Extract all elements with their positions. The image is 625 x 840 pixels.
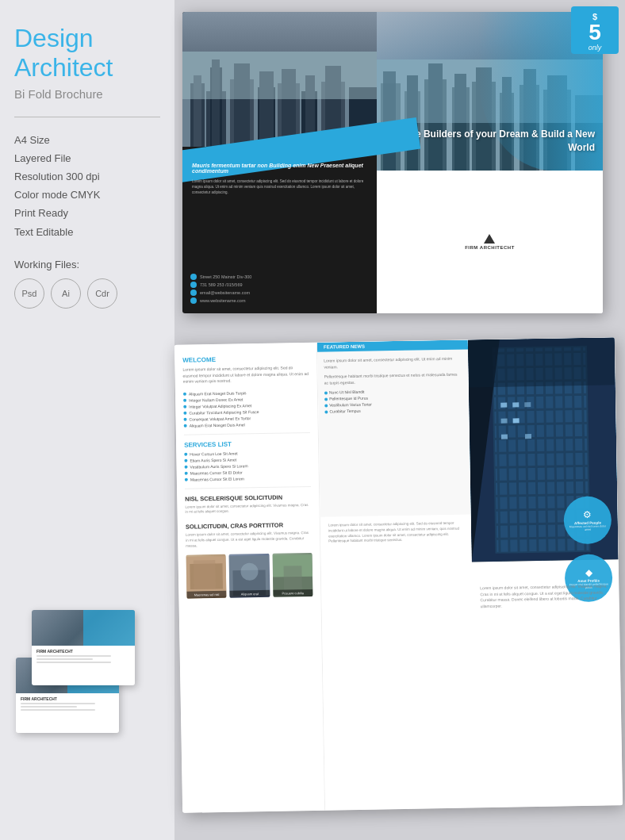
welcome-body: Lorem ipsum dolor sit amet, consectetur … <box>182 365 309 385</box>
welcome-item-6: Aliquam Erat Noeget Duis Amet <box>190 422 245 428</box>
misc-title: NISL SCELERISQUE SOLICITUDIN <box>185 493 311 502</box>
svg-rect-58 <box>513 418 520 423</box>
svc-4: Maecenas Cursor Sit El Dolor <box>190 470 243 475</box>
img-caption-1: Maecenas vel nisl <box>186 591 226 599</box>
phone-text: 731 589 253 /015/569 <box>200 282 243 287</box>
contact-info: Street 250 Mainstr Div-300 731 589 253 /… <box>190 274 369 305</box>
preview-logo-2: FIRM ARCHITECHT <box>36 649 130 654</box>
img-1: Maecenas vel nisl <box>186 554 227 599</box>
web-text: www.websitename.com <box>200 298 245 303</box>
price-label: only <box>589 44 602 52</box>
services-list: Hover Cursus Loe Sit Amet Etiam Auris Sp… <box>184 449 311 481</box>
price-badge: $ 5 only <box>571 6 619 54</box>
small-images: Maecenas vel nisl Aliquam erat <box>186 553 313 599</box>
svc-5: Maecenas Cursor Sit El Lorem <box>190 476 244 481</box>
badge-ai[interactable]: Ai <box>51 278 81 309</box>
address-text: Street 250 Mainstr Div-300 <box>200 274 251 279</box>
svc-1: Hover Cursus Loe Sit Amet <box>190 451 237 456</box>
svg-rect-57 <box>501 419 508 424</box>
misc-text: Lorem ipsum dolor sit amet, consectetur … <box>185 502 311 515</box>
preview-thumbnails: FIRM ARCHITECHT FIRM ARCHITECHT <box>8 610 163 745</box>
spec-resolution: Resolution 300 dpi <box>14 170 160 184</box>
svg-rect-55 <box>512 402 519 407</box>
feat-1: Nunc Ut Nisl Blandit <box>329 389 365 395</box>
bottom-text: Lorem ipsum dolor sit amet, consectetur … <box>186 531 312 549</box>
product-subtitle: Bi Fold Brochure <box>14 87 160 101</box>
spec-texteditable: Text Editable <box>14 225 160 240</box>
right-body: Lorem ipsum dolor sit amet, consectetur … <box>480 583 611 609</box>
product-title: Design Architect <box>14 24 160 82</box>
img-caption-2: Aliquam erat <box>230 590 270 598</box>
phone-icon <box>190 282 197 288</box>
middle-body-text: Lorem ipsum dolor sit amet, consectetur … <box>320 514 472 550</box>
svg-rect-56 <box>524 402 531 407</box>
feat-3: Vestibulum Varius Tortor <box>329 402 372 408</box>
spec-printready: Print Ready <box>14 206 160 221</box>
svg-rect-60 <box>525 434 531 439</box>
brochure-back-panel: Mauris fermentum tartar non Building eni… <box>182 12 377 313</box>
welcome-item-1: Aliquam Erat Noeget Duis Turpis <box>189 390 247 396</box>
badge-1-sub: Maecenas vel nisl lorem dolor amet <box>564 524 612 531</box>
brochure-front-panel: We are Builders of your Dream & Build a … <box>377 12 603 313</box>
spread-middle-panel: FEATURED NEWS Lorem ipsum dolor sit amet… <box>317 339 476 810</box>
main-content: $ 5 only <box>174 0 625 840</box>
price-amount: 5 <box>589 21 601 44</box>
working-files-label: Working Files: <box>14 259 160 270</box>
spec-a4size: A4 Size <box>14 133 160 148</box>
badge-affected: ⚙ Affected People Maecenas vel nisl lore… <box>563 496 612 544</box>
spec-layered: Layered File <box>14 152 160 166</box>
svc-3: Vestibulum Auris Spero Si Lorem <box>190 463 248 469</box>
logo-arrow-icon <box>484 234 495 244</box>
img-2: Aliquam erat <box>229 554 270 598</box>
img-3: Posuere cubilia <box>272 553 312 597</box>
spec-colormode: Color mode CMYK <box>14 188 160 202</box>
services-title: SERVICES LIST <box>184 439 310 448</box>
web-icon <box>190 297 197 304</box>
welcome-item-4: Curabitur Tincidunt Adipiscing Sit Fusce <box>189 409 259 416</box>
featured-text: Lorem ipsum dolor sit amet, consectetur … <box>324 356 462 370</box>
badge-1-icon: ⚙ <box>583 509 592 520</box>
svg-rect-39 <box>194 560 216 589</box>
badge-cdr[interactable]: Cdr <box>87 278 117 309</box>
featured-list: Nunc Ut Nisl Blandit Pellentesque Id Pur… <box>324 388 462 414</box>
feat-4: Curabitur Tempus <box>329 408 360 414</box>
sidebar: Design Architect Bi Fold Brochure A4 Siz… <box>0 0 174 840</box>
spread-right-text: Lorem ipsum dolor sit amet, consectetur … <box>472 575 623 807</box>
spread-right-panel: ⚙ Affected People Maecenas vel nisl lore… <box>468 337 623 807</box>
welcome-item-3: Integer Volutpat Adipiscing Ex Amet <box>189 403 251 408</box>
svc-2: Etiam Auris Spero Si Amet <box>190 457 236 462</box>
diagonal-text: Mauris fermentum tartar non Building eni… <box>192 163 367 174</box>
back-body-text: Lorem ipsum dolor sit amet, consectetur … <box>192 178 367 196</box>
svg-rect-53 <box>468 337 615 387</box>
svg-rect-54 <box>500 403 507 408</box>
sidebar-divider <box>14 117 160 117</box>
welcome-list: Aliquam Erat Noeget Duis Turpis Integer … <box>183 389 310 428</box>
welcome-item-5: Consequat Volutpat Amet Ex Tortor <box>189 416 251 421</box>
email-icon <box>190 290 197 296</box>
brochure-top-preview: Mauris fermentum tartar non Building eni… <box>182 12 603 313</box>
firm-logo: FIRM ARCHITECHT <box>465 234 515 250</box>
featured-content: Lorem ipsum dolor sit amet, consectetur … <box>317 349 470 421</box>
address-icon <box>190 274 197 280</box>
welcome-title: WELCOME <box>182 355 309 364</box>
firm-name: FIRM ARCHITECHT <box>465 245 515 250</box>
preview-card-front: FIRM ARCHITECHT <box>32 610 135 685</box>
featured-section: FEATURED NEWS Lorem ipsum dolor sit amet… <box>317 339 471 516</box>
img-caption-3: Posuere cubilia <box>273 589 312 597</box>
svg-rect-17 <box>182 52 377 99</box>
file-badges-group: Psd Ai Cdr <box>14 278 160 309</box>
specs-list: A4 Size Layered File Resolution 300 dpi … <box>14 133 160 240</box>
welcome-item-2: Integer Nullam Donec Ex Amet <box>189 397 243 402</box>
brochure-spread-preview: WELCOME Lorem ipsum dolor sit amet, cons… <box>174 337 623 813</box>
badge-psd[interactable]: Psd <box>14 278 44 309</box>
bottom-section-title: SOLLICITUDIN, CRAS PORTTITOR <box>186 521 312 531</box>
featured-text-2: Pellentesque habitant morbi tristique se… <box>324 372 462 386</box>
spread-left-panel: WELCOME Lorem ipsum dolor sit amet, cons… <box>174 343 325 813</box>
email-text: email@websitename.com <box>200 290 250 295</box>
svg-rect-59 <box>501 435 508 439</box>
preview-logo: FIRM ARCHITECHT <box>21 696 114 701</box>
feat-2: Pellentesque Id Purus <box>329 396 368 401</box>
